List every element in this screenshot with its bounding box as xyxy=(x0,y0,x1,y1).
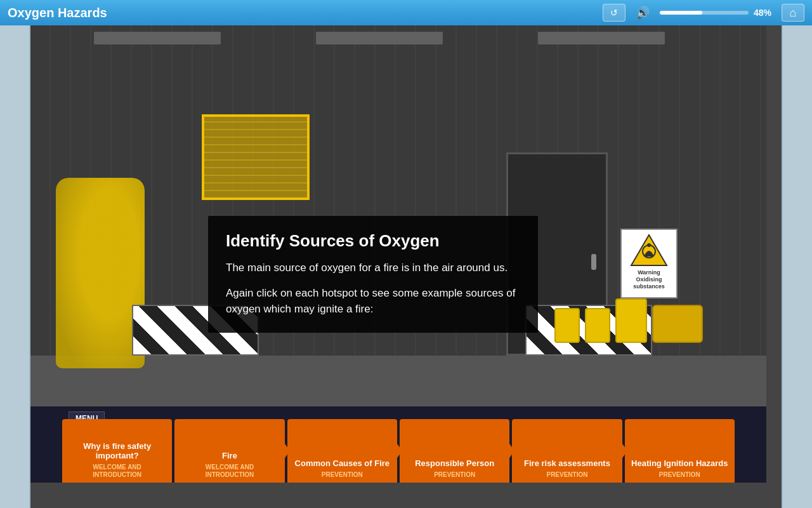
topbar: Oxygen Hazards ↺ 🔊 48% ⌂ xyxy=(0,0,812,25)
tab-1-main: Why is fire safety important? xyxy=(62,441,172,461)
tab-2-arrow xyxy=(284,442,290,460)
tab-6-main: Heating Ignition Hazards xyxy=(627,458,731,469)
tab-heating-ignition[interactable]: Heating Ignition Hazards PREVENTION xyxy=(625,419,735,483)
info-para-2: Again click on each hotspot to see some … xyxy=(226,285,520,318)
warning-sign[interactable]: Warning Oxidising substances xyxy=(620,229,678,298)
tab-fire[interactable]: Fire WELCOME ANDINTRODUCTION xyxy=(174,419,284,483)
tab-5-main: Fire risk assessments xyxy=(520,458,614,469)
tab-3-arrow xyxy=(396,442,402,460)
tab-why-fire-safety[interactable]: Why is fire safety important? WELCOME AN… xyxy=(62,419,172,483)
info-box-title: Identify Sources of Oxygen xyxy=(226,231,520,251)
tab-3-sub: PREVENTION xyxy=(322,471,363,479)
warning-triangle-icon xyxy=(630,234,668,267)
tab-3-main: Common Causes of Fire xyxy=(291,458,394,469)
light-1 xyxy=(94,32,221,44)
tab-5-arrow xyxy=(621,442,627,460)
reload-icon: ↺ xyxy=(610,8,618,18)
slide-container: Warning Oxidising substances Identify So… xyxy=(30,25,782,508)
page-title: Oxygen Hazards xyxy=(8,6,593,20)
tab-2-sub: WELCOME ANDINTRODUCTION xyxy=(206,464,254,479)
home-icon: ⌂ xyxy=(790,6,797,20)
slide-frame: Warning Oxidising substances Identify So… xyxy=(30,25,766,483)
tab-common-causes[interactable]: Common Causes of Fire PREVENTION xyxy=(287,419,397,483)
home-button[interactable]: ⌂ xyxy=(782,4,804,22)
tab-4-arrow xyxy=(508,442,514,460)
yellow-equipment xyxy=(554,298,703,343)
info-box: Identify Sources of Oxygen The main sour… xyxy=(208,216,538,333)
info-box-body: The main source of oxygen for a fire is … xyxy=(226,260,520,318)
tab-4-sub: PREVENTION xyxy=(434,471,475,479)
progress-track xyxy=(660,11,749,15)
yellow-figure xyxy=(56,178,145,368)
yellow-machine xyxy=(652,305,703,343)
tab-responsible-person[interactable]: Responsible Person PREVENTION xyxy=(400,419,509,483)
tab-fire-risk[interactable]: Fire risk assessments PREVENTION xyxy=(512,419,622,483)
frame-border-left xyxy=(0,25,30,508)
tab-4-main: Responsible Person xyxy=(411,458,498,469)
navigation-tabs: Why is fire safety important? WELCOME AN… xyxy=(62,416,735,483)
tab-5-sub: PREVENTION xyxy=(546,471,587,479)
light-2 xyxy=(316,32,443,44)
bottom-menu-area: MENU Why is fire safety important? WELCO… xyxy=(30,406,766,483)
progress-fill xyxy=(660,11,702,15)
frame-border-right xyxy=(782,25,812,508)
door-handle xyxy=(591,254,596,270)
svg-point-2 xyxy=(647,243,651,247)
info-para-1: The main source of oxygen for a fire is … xyxy=(226,260,520,276)
tab-1-sub: WELCOME ANDINTRODUCTION xyxy=(93,464,141,479)
barrel-1 xyxy=(615,298,647,343)
progress-bar-container: 48% xyxy=(660,8,771,18)
barrel-small-1 xyxy=(554,308,580,343)
svg-marker-0 xyxy=(631,235,667,265)
vent-hotspot[interactable] xyxy=(202,114,310,200)
volume-button[interactable]: 🔊 xyxy=(636,6,650,20)
reload-button[interactable]: ↺ xyxy=(603,4,625,22)
warning-label: Warning Oxidising substances xyxy=(625,269,672,290)
tab-6-sub: PREVENTION xyxy=(659,471,700,479)
vent-visual xyxy=(204,117,307,197)
progress-percentage: 48% xyxy=(754,8,771,18)
tab-2-main: Fire xyxy=(218,451,241,461)
light-3 xyxy=(538,32,665,44)
barrel-small-2 xyxy=(585,308,610,343)
